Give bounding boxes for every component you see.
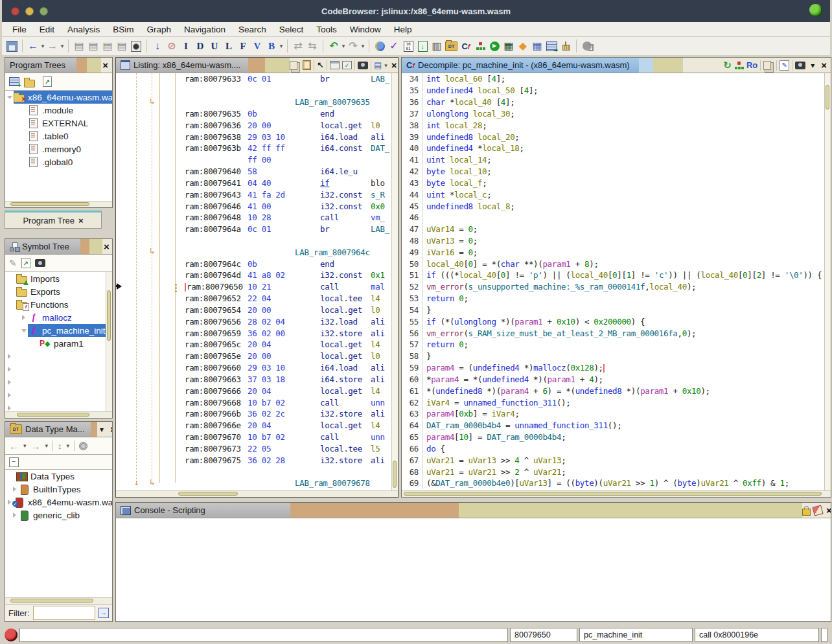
symbol-tree-item[interactable]: L◆local_10 bbox=[5, 389, 112, 402]
listing-row[interactable] bbox=[116, 466, 398, 477]
listing-row[interactable]: ram:8007963829 03 10i64.loadali bbox=[116, 131, 398, 143]
scroll-thumb[interactable] bbox=[17, 413, 89, 417]
decompile-line[interactable]: 40 undefined4 *local_18; bbox=[402, 143, 831, 154]
dtm-back-icon[interactable]: ← bbox=[9, 441, 19, 452]
decompile-line[interactable]: 64 DAT_ram_0000b4b4 = unnamed_function_3… bbox=[402, 420, 831, 431]
tab-program-tree[interactable]: Program Tree × bbox=[5, 213, 102, 229]
data-type-manager-close-icon[interactable]: × bbox=[109, 424, 112, 435]
world-icon[interactable] bbox=[373, 39, 387, 53]
decompile-line[interactable]: 69 (&DAT_ram_0000b4e0)[uVar13] = ((byte)… bbox=[402, 477, 831, 489]
menu-item-window[interactable]: Window bbox=[343, 22, 387, 36]
listing-row[interactable]: ram:8007964d41 a8 02i32.const0x1 bbox=[116, 270, 398, 281]
copy-icon[interactable] bbox=[290, 61, 297, 70]
label-l-button[interactable]: L bbox=[222, 39, 236, 53]
decompile-line[interactable]: 34 int local_60 [4]; bbox=[402, 73, 831, 85]
copy-icon[interactable] bbox=[763, 61, 771, 70]
listing-row[interactable]: ram:8007966e20 04local.getl4 bbox=[116, 420, 398, 431]
decompile-line[interactable]: 65 param4[10] = DAT_ram_0000b4b4; bbox=[402, 431, 831, 443]
film-icon[interactable]: ▥ bbox=[430, 39, 444, 53]
redo-dropdown[interactable]: ▾ bbox=[360, 39, 365, 53]
listing-row[interactable]: ram:8007964810 28callvm_ bbox=[116, 212, 398, 224]
listing-row[interactable]: ram:8007965222 04local.teel4 bbox=[116, 293, 398, 305]
function-graph-icon[interactable] bbox=[734, 61, 744, 70]
re-decompile-icon[interactable]: ↻ bbox=[723, 60, 732, 71]
listing-row[interactable]: ram:8007964c0bend bbox=[116, 258, 398, 270]
clear-code-icon[interactable]: ⊘ bbox=[165, 39, 179, 53]
data-d-button[interactable]: D bbox=[193, 39, 207, 53]
listing-row[interactable]: ram:8007966810 b7 02callunn bbox=[116, 397, 398, 408]
data-type-item[interactable]: BuiltInTypes bbox=[5, 483, 112, 496]
program-tree-item[interactable]: .module bbox=[5, 104, 112, 117]
decompile-line[interactable]: 57 return 0; bbox=[402, 339, 831, 351]
menu-item-select[interactable]: Select bbox=[273, 22, 310, 36]
copy-block-icon[interactable]: ▤ bbox=[72, 39, 86, 53]
decompile-line[interactable]: 45 undefined8 local_8; bbox=[402, 200, 831, 212]
function-id-icon[interactable]: Cf bbox=[459, 39, 473, 53]
listing-row[interactable] bbox=[116, 235, 398, 247]
program-tree-tab-close-icon[interactable]: × bbox=[78, 216, 84, 225]
menu-item-tools[interactable]: Tools bbox=[310, 22, 343, 36]
scroll-thumb[interactable] bbox=[10, 599, 93, 603]
scroll-thumb[interactable] bbox=[826, 85, 829, 109]
decompile-line[interactable]: 55 if (*(ulonglong *)(param1 + 0x10) < 0… bbox=[402, 316, 831, 327]
clear-console-icon[interactable] bbox=[812, 505, 823, 516]
decompile-line[interactable]: 56 vm_error(s_RAM_size_must_be_at_least_… bbox=[402, 327, 831, 339]
expand-icon[interactable] bbox=[5, 406, 14, 411]
forward-dropdown[interactable]: ▾ bbox=[60, 39, 65, 53]
listing-row[interactable]: ram:8007965c20 04local.getl4 bbox=[116, 339, 398, 351]
back-dropdown[interactable]: ▾ bbox=[40, 39, 45, 53]
listing-row[interactable]: ↳LAB_ram_8007964c bbox=[116, 246, 398, 258]
program-tree-item[interactable]: .table0 bbox=[5, 130, 112, 143]
edit-function-icon[interactable]: ✎ bbox=[780, 60, 789, 71]
listing-row[interactable]: ↓↳LAB_ram_80079678 bbox=[116, 477, 398, 489]
cut-block-icon[interactable]: ▤ bbox=[100, 39, 115, 53]
function-in-icon[interactable]: ⇄ bbox=[291, 39, 305, 53]
listing-row[interactable]: ram:800796350bend bbox=[116, 108, 398, 119]
listing-fields-dropdown[interactable]: ▾ bbox=[384, 62, 387, 69]
listing-row[interactable]: ram:8007966b36 02 2ci32.storeali bbox=[116, 408, 398, 420]
symbol-tree-item[interactable]: L◆local_f bbox=[5, 376, 112, 389]
snapshot-icon[interactable] bbox=[35, 259, 45, 267]
gear-icon[interactable] bbox=[79, 442, 87, 450]
program-trees-close-icon[interactable]: × bbox=[101, 60, 110, 71]
program-tree-item[interactable]: ➤x86_64emu-wasm.wasm bbox=[5, 91, 112, 104]
listing-row[interactable]: ram:8007966620 04local.getl4 bbox=[116, 385, 398, 397]
symbol-tree-item[interactable]: L◆local_14 bbox=[5, 402, 112, 411]
listing-row[interactable]: ram:8007965010 21callmal bbox=[116, 281, 398, 293]
decompile-line[interactable]: 59 param4 = (undefined4 *)mallocz(0x128)… bbox=[402, 362, 831, 374]
decompile-line[interactable]: 47 uVar14 = 0; bbox=[402, 224, 831, 235]
listing-row[interactable]: ram:8007964641 00i32.const0x0 bbox=[116, 200, 398, 212]
decompile-line[interactable]: 51 if (((*local_40[0] != 'p') || (local_… bbox=[402, 270, 831, 281]
decompile-line[interactable]: 53 return 0; bbox=[402, 293, 831, 305]
bookmarks-icon[interactable]: ◆ bbox=[516, 39, 530, 53]
listing-body[interactable]: ram:800796330c 01brLAB_↳LAB_ram_80079635… bbox=[116, 73, 398, 490]
program-tree-item[interactable]: .memory0 bbox=[5, 143, 112, 155]
new-tree-icon[interactable] bbox=[9, 77, 19, 86]
menu-item-analysis[interactable]: Analysis bbox=[61, 22, 106, 36]
rename-ro-icon[interactable]: Ro bbox=[746, 60, 757, 70]
snapshot-icon[interactable] bbox=[795, 62, 805, 69]
clone-listing-icon[interactable] bbox=[330, 61, 340, 69]
filter-options-icon[interactable]: → bbox=[98, 608, 109, 618]
disassemble-icon[interactable]: ↓ bbox=[150, 39, 165, 53]
associate-types-icon[interactable]: ↕ bbox=[58, 441, 62, 451]
listing-row[interactable]: ram:8007967536 02 28i32.storeali bbox=[116, 454, 398, 466]
listing-row[interactable]: ram:8007965628 02 04i32.loadali bbox=[116, 316, 398, 327]
undefine-u-button[interactable]: U bbox=[207, 39, 222, 53]
expand-icon[interactable] bbox=[19, 315, 28, 320]
scroll-lock-icon[interactable] bbox=[802, 509, 811, 516]
decompile-line[interactable]: 68 uVar21 = uVar21 >> 2 ^ uVar21; bbox=[402, 466, 831, 477]
menu-item-search[interactable]: Search bbox=[232, 22, 273, 36]
cursor-location-icon[interactable]: ↖ bbox=[317, 60, 324, 70]
menu-item-bsim[interactable]: BSim bbox=[106, 22, 140, 36]
expand-icon[interactable] bbox=[5, 393, 14, 398]
collapse-icon[interactable] bbox=[5, 96, 14, 99]
paste-icon[interactable] bbox=[303, 60, 311, 70]
listing-row[interactable] bbox=[116, 85, 398, 97]
listing-row[interactable]: ram:8007964341 fa 2di32.consts_R bbox=[116, 189, 398, 200]
decompile-line[interactable]: 54 } bbox=[402, 305, 831, 316]
menu-item-graph[interactable]: Graph bbox=[141, 22, 178, 36]
listing-row[interactable]: ↳LAB_ram_80079635 bbox=[116, 97, 398, 108]
decompile-line[interactable]: 52 vm_error(s_unsupported_machine:_%s_ra… bbox=[402, 281, 831, 293]
listing-row[interactable]: ram:8007964a0c 01brLAB_ bbox=[116, 224, 398, 235]
